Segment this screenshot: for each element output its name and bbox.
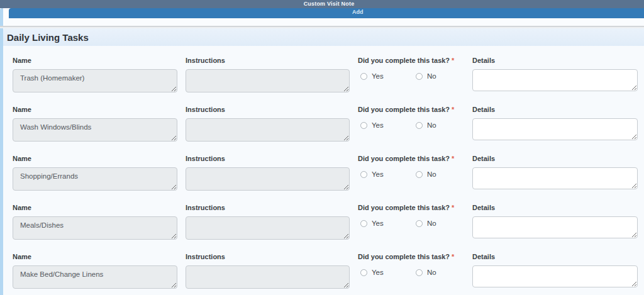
- no-option[interactable]: No: [416, 72, 436, 80]
- name-label: Name: [13, 106, 177, 113]
- top-bar-title: Custom Visit Note: [304, 1, 355, 7]
- name-column: Name Shopping/Errands: [13, 155, 177, 191]
- instructions-textarea[interactable]: [186, 118, 350, 142]
- required-asterisk: *: [452, 155, 454, 162]
- task-row: Name Make Bed/Change Linens Instructions…: [3, 253, 644, 295]
- question-label: Did you complete this task?*: [358, 106, 468, 113]
- details-label: Details: [472, 204, 638, 211]
- no-label: No: [427, 121, 436, 129]
- yes-option[interactable]: Yes: [360, 170, 384, 178]
- question-column: Did you complete this task?* Yes No: [358, 204, 468, 211]
- daily-living-tasks-panel: Daily Living Tasks Name Trash (Homemaker…: [3, 28, 644, 295]
- required-asterisk: *: [452, 106, 454, 113]
- yes-radio[interactable]: [360, 73, 367, 80]
- yes-radio[interactable]: [360, 269, 367, 276]
- details-column: Details: [472, 57, 638, 91]
- required-asterisk: *: [452, 253, 454, 260]
- no-option[interactable]: No: [416, 170, 436, 178]
- no-option[interactable]: No: [416, 269, 436, 276]
- name-column: Name Wash Windows/Blinds: [13, 106, 177, 142]
- instructions-label: Instructions: [186, 155, 350, 162]
- details-column: Details: [472, 204, 638, 238]
- details-label: Details: [472, 155, 638, 162]
- required-asterisk: *: [452, 204, 454, 211]
- no-label: No: [427, 170, 436, 178]
- name-label: Name: [13, 253, 177, 260]
- add-button[interactable]: Add: [352, 9, 364, 15]
- instructions-label: Instructions: [186, 106, 350, 113]
- question-label: Did you complete this task?*: [358, 253, 468, 260]
- details-textarea[interactable]: [472, 69, 638, 91]
- no-radio[interactable]: [416, 171, 423, 178]
- instructions-textarea[interactable]: [186, 265, 350, 289]
- name-label: Name: [13, 155, 177, 162]
- details-column: Details: [472, 155, 638, 189]
- question-label-text: Did you complete this task?: [358, 253, 450, 260]
- task-rows: Name Trash (Homemaker) Instructions Did …: [3, 46, 644, 295]
- radio-line: Yes No: [358, 269, 468, 277]
- yes-option[interactable]: Yes: [360, 220, 384, 227]
- required-asterisk: *: [452, 57, 454, 64]
- name-textarea[interactable]: Wash Windows/Blinds: [13, 118, 177, 142]
- name-label: Name: [13, 204, 177, 211]
- instructions-column: Instructions: [186, 155, 350, 191]
- yes-label: Yes: [372, 121, 384, 129]
- yes-radio[interactable]: [360, 122, 367, 129]
- name-textarea[interactable]: Meals/Dishes: [13, 216, 177, 240]
- no-label: No: [427, 220, 436, 227]
- no-radio[interactable]: [416, 73, 423, 80]
- no-radio[interactable]: [416, 220, 423, 227]
- details-textarea[interactable]: [472, 265, 638, 287]
- name-column: Name Meals/Dishes: [13, 204, 177, 240]
- name-textarea[interactable]: Trash (Homemaker): [13, 69, 177, 92]
- question-column: Did you complete this task?* Yes No: [358, 155, 468, 162]
- name-textarea[interactable]: Shopping/Errands: [13, 167, 177, 191]
- radio-line: Yes No: [358, 72, 468, 81]
- question-label-text: Did you complete this task?: [358, 204, 450, 211]
- question-label: Did you complete this task?*: [358, 204, 468, 211]
- details-textarea[interactable]: [472, 167, 638, 189]
- instructions-label: Instructions: [186, 204, 350, 211]
- question-column: Did you complete this task?* Yes No: [358, 57, 468, 64]
- add-bar: Add: [9, 8, 644, 18]
- no-option[interactable]: No: [416, 220, 436, 227]
- name-label: Name: [13, 57, 177, 64]
- yes-radio[interactable]: [360, 220, 367, 227]
- question-label-text: Did you complete this task?: [358, 155, 450, 162]
- instructions-column: Instructions: [186, 57, 350, 92]
- yes-label: Yes: [372, 170, 384, 178]
- details-label: Details: [472, 253, 638, 260]
- yes-option[interactable]: Yes: [360, 72, 384, 80]
- details-textarea[interactable]: [472, 118, 638, 140]
- task-row: Name Meals/Dishes Instructions Did you c…: [3, 204, 644, 253]
- panel-top-gap: [5, 18, 644, 26]
- question-label-text: Did you complete this task?: [358, 106, 450, 113]
- radio-line: Yes No: [358, 220, 468, 228]
- yes-option[interactable]: Yes: [360, 269, 384, 276]
- yes-label: Yes: [372, 220, 384, 227]
- instructions-textarea[interactable]: [186, 167, 350, 191]
- task-row: Name Wash Windows/Blinds Instructions Di…: [3, 106, 644, 155]
- instructions-textarea[interactable]: [186, 69, 350, 92]
- name-textarea[interactable]: Make Bed/Change Linens: [13, 265, 177, 289]
- yes-option[interactable]: Yes: [360, 121, 384, 129]
- question-label-text: Did you complete this task?: [358, 57, 450, 64]
- radio-line: Yes No: [358, 170, 468, 179]
- yes-label: Yes: [372, 72, 384, 80]
- instructions-column: Instructions: [186, 204, 350, 240]
- instructions-column: Instructions: [186, 106, 350, 142]
- details-column: Details: [472, 253, 638, 287]
- section-header: Daily Living Tasks: [3, 28, 644, 46]
- no-option[interactable]: No: [416, 121, 436, 129]
- no-label: No: [427, 72, 436, 80]
- name-column: Name Make Bed/Change Linens: [13, 253, 177, 289]
- no-radio[interactable]: [416, 269, 423, 276]
- yes-radio[interactable]: [360, 171, 367, 178]
- question-label: Did you complete this task?*: [358, 57, 468, 64]
- no-label: No: [427, 269, 436, 276]
- details-textarea[interactable]: [472, 216, 638, 238]
- task-row: Name Trash (Homemaker) Instructions Did …: [3, 57, 644, 106]
- no-radio[interactable]: [416, 122, 423, 129]
- instructions-textarea[interactable]: [186, 216, 350, 240]
- details-column: Details: [472, 106, 638, 140]
